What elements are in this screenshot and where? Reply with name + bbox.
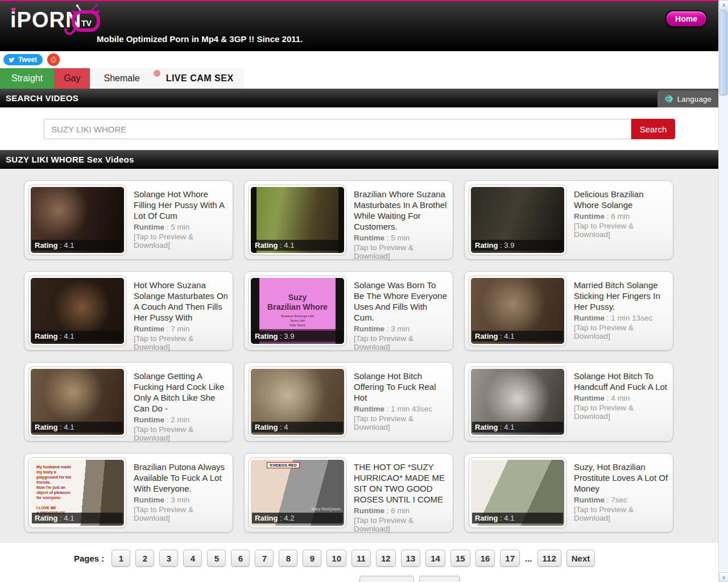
search-form: Search <box>0 107 718 150</box>
video-thumbnail[interactable]: Suzy Brazilian Whore Suzana Solange Liki… <box>249 276 346 346</box>
video-card[interactable]: Rating : 4.1 Solange Hot Bitch To Handcu… <box>464 362 673 442</box>
video-thumbnail[interactable]: Rating : 4.1 <box>249 185 346 255</box>
video-title[interactable]: Solange Getting A Fucking Hard Cock Like… <box>134 371 228 414</box>
video-card[interactable]: Rating : 3.9 Delicious Brazilian Whore S… <box>464 180 673 260</box>
reddit-share-button[interactable] <box>47 53 60 66</box>
video-thumbnail[interactable]: Rating : 4.1 <box>29 367 126 436</box>
video-thumbnail[interactable]: Rating : 4.1 <box>29 276 126 346</box>
page-button[interactable]: 4 <box>183 550 202 567</box>
viewport: ♥ iPORN TV Mobile Optimized Porn in Mp <box>0 0 728 582</box>
page-button[interactable]: 8 <box>279 550 297 567</box>
video-runtime: Runtime : 3 min <box>354 325 448 333</box>
video-thumbnail[interactable]: XVIDEOS RED Mary RedQueen Rating : 4.2 <box>249 458 346 527</box>
rating-value: 4.1 <box>504 332 514 340</box>
video-card[interactable]: Rating : 4.1 Brazilian Whore Suzana Mast… <box>244 180 453 260</box>
rating-badge: Rating : 4.1 <box>32 240 123 251</box>
page-button[interactable]: 17 <box>500 550 520 567</box>
page-button[interactable]: 12 <box>376 550 396 567</box>
page-button[interactable]: 5 <box>207 550 226 567</box>
runtime-label: Runtime <box>574 314 605 322</box>
tab-live-cam-sex[interactable]: LIVE CAM SEX <box>154 68 243 89</box>
rating-label: Rating <box>35 423 57 431</box>
last-page-button[interactable]: 112 <box>537 550 561 567</box>
video-title[interactable]: Hot Whore Suzana Solange Masturbates On … <box>134 280 228 323</box>
tab-gay[interactable]: Gay <box>54 68 90 89</box>
scroll-up-arrow-icon[interactable]: ∧ <box>719 0 728 10</box>
scrollbar-thumb[interactable] <box>719 10 727 95</box>
cutoff-button-right[interactable] <box>419 576 460 582</box>
video-card[interactable]: Rating : 4.1 Hot Whore Suzana Solange Ma… <box>24 271 233 351</box>
footer: Pages : 1 2 3 4 5 6 7 8 9 <box>0 543 718 580</box>
pagination-ellipsis: ... <box>525 554 532 563</box>
video-thumbnail[interactable]: Rating : 4.1 <box>469 276 566 346</box>
search-button[interactable]: Search <box>631 119 675 139</box>
page-button[interactable]: 13 <box>401 550 421 567</box>
search-input[interactable] <box>44 119 631 139</box>
cutoff-button-left[interactable] <box>359 576 414 582</box>
tap-to-preview-hint: [Tap to Preview & Download] <box>574 222 668 239</box>
scrollbar[interactable]: ∧ ∨ <box>718 0 728 582</box>
rating-label: Rating <box>255 514 278 522</box>
rating-label: Rating <box>35 241 57 250</box>
video-title[interactable]: Brazilian Putona Always Available To Fuc… <box>134 462 228 494</box>
video-runtime: Runtime : 4 min <box>574 394 668 402</box>
language-selector[interactable]: Language <box>657 90 718 107</box>
search-section-bar: SEARCH VIDEOS Language <box>0 89 718 107</box>
video-card[interactable]: XVIDEOS RED Mary RedQueen Rating : 4.2 T… <box>244 453 453 533</box>
page-button[interactable]: 7 <box>255 550 274 567</box>
page-button[interactable]: 9 <box>303 550 321 567</box>
video-runtime: Runtime : 7 min <box>134 325 228 333</box>
page-button[interactable]: 3 <box>159 550 178 567</box>
video-card[interactable]: Rating : 4.1 Suzy, Hot Brazilian Prostit… <box>464 453 673 533</box>
video-card[interactable]: Rating : 4.1 Married Bitch Solange Stick… <box>464 271 673 351</box>
video-card[interactable]: Suzy Brazilian Whore Suzana Solange Liki… <box>244 271 453 351</box>
video-card[interactable]: Rating : 4.1 Solange Getting A Fucking H… <box>24 362 233 442</box>
page-button[interactable]: 14 <box>425 550 445 567</box>
tweet-button[interactable]: Tweet <box>3 54 43 65</box>
video-info: Solange Was Born To Be The Whore Everyon… <box>354 276 448 346</box>
page-button[interactable]: 16 <box>475 550 495 567</box>
page-button[interactable]: 11 <box>351 550 371 567</box>
next-page-button[interactable]: Next <box>566 550 595 567</box>
tap-to-preview-hint: [Tap to Preview & Download] <box>354 516 448 533</box>
video-title[interactable]: Suzy, Hot Brazilian Prostitute Loves A L… <box>574 462 668 494</box>
runtime-value: 4 min <box>611 394 630 402</box>
video-thumbnail[interactable]: Rating : 4.1 <box>29 185 126 255</box>
video-title[interactable]: THE HOT OF *SUZY HURRICAO* MADE ME SIT O… <box>354 462 448 505</box>
video-thumbnail[interactable]: Rating : 4.1 <box>469 367 566 436</box>
scroll-down-arrow-icon[interactable]: ∨ <box>719 572 728 582</box>
video-title[interactable]: Married Bitch Solange Sticking Her Finge… <box>574 280 668 312</box>
tab-straight[interactable]: Straight <box>0 68 54 89</box>
video-title[interactable]: Delicious Brazilian Whore Solange <box>574 189 668 210</box>
video-title[interactable]: Solange Hot Bitch To Handcuff And Fuck A… <box>574 371 668 392</box>
twitter-bird-icon <box>8 56 15 64</box>
rating-badge: Rating : 4.1 <box>32 422 123 433</box>
runtime-label: Runtime <box>134 223 164 231</box>
globe-icon <box>664 94 673 103</box>
video-runtime: Runtime : 1 min 43sec <box>354 405 448 413</box>
video-card[interactable]: Rating : 4.1 Solange Hot Whore Filling H… <box>24 180 233 260</box>
video-thumbnail[interactable]: My husband made my body a playground for… <box>29 458 126 527</box>
video-thumbnail[interactable]: Rating : 4.1 <box>469 458 566 527</box>
video-thumbnail[interactable]: Rating : 3.9 <box>469 185 566 255</box>
page-button[interactable]: 10 <box>326 550 346 567</box>
video-runtime: Runtime : 5 min <box>134 223 228 231</box>
rating-label: Rating <box>35 332 57 340</box>
page-button[interactable]: 6 <box>231 550 250 567</box>
video-title[interactable]: Brazilian Whore Suzana Masturbates In A … <box>354 189 448 232</box>
page-button[interactable]: 15 <box>450 550 470 567</box>
home-button[interactable]: Home <box>665 10 707 27</box>
tab-shemale[interactable]: Shemale <box>90 68 153 89</box>
video-card[interactable]: My husband made my body a playground for… <box>24 453 233 533</box>
runtime-label: Runtime <box>134 415 164 424</box>
video-title[interactable]: Solange Hot Whore Filling Her Pussy With… <box>134 189 228 221</box>
video-title[interactable]: Solange Hot Bitch Offering To Fuck Real … <box>354 371 448 403</box>
runtime-label: Runtime <box>134 496 164 504</box>
video-card[interactable]: Rating : 4 Solange Hot Bitch Offering To… <box>244 362 453 442</box>
video-thumbnail[interactable]: Rating : 4 <box>249 367 346 436</box>
video-info: THE HOT OF *SUZY HURRICAO* MADE ME SIT O… <box>354 458 448 527</box>
runtime-label: Runtime <box>354 325 384 333</box>
page-button[interactable]: 1 <box>111 550 130 567</box>
page-button[interactable]: 2 <box>135 550 154 567</box>
video-title[interactable]: Solange Was Born To Be The Whore Everyon… <box>354 280 448 323</box>
